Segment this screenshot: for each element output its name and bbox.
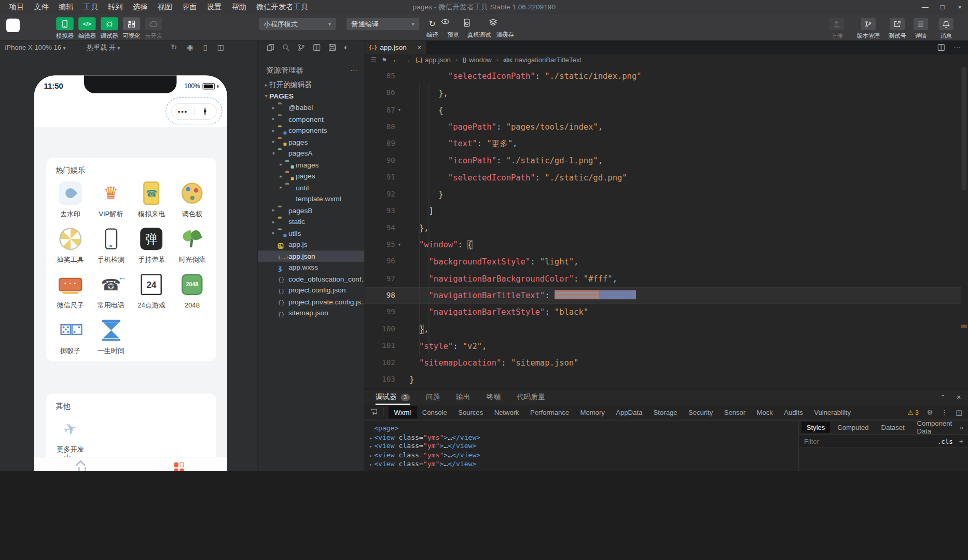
menu-item-文件[interactable]: 文件 [30,1,53,13]
devtools-tab-Sources[interactable]: Sources [452,406,488,418]
styles-tab-Styles[interactable]: Styles [801,422,830,432]
split-editor-icon[interactable] [937,44,945,51]
mode-dropdown[interactable]: 小程序模式▾ [259,18,336,31]
tree-item-template.wxml[interactable]: Wtemplate.wxml [258,193,365,205]
nav-back-icon[interactable]: ← [392,56,399,63]
cls-button[interactable]: .cls [937,437,953,444]
styles-overflow-icon[interactable]: » [960,424,968,431]
toolbar-mode-编辑器[interactable]: </>编辑器 [78,17,96,40]
warning-count[interactable]: ⚠ 3 [907,409,919,416]
devtools-tab-Vulnerability[interactable]: Vulnerability [808,406,856,418]
nav-forward-icon[interactable]: → [404,56,410,63]
maximize-button[interactable]: □ [934,0,951,13]
toolbar-action-清缓存[interactable]: ▾清缓存 [489,19,521,39]
tab-更多[interactable]: 更多 [131,457,227,471]
compile-dropdown[interactable]: 普通编译▾ [347,18,419,31]
tree-item-until[interactable]: ▸until [258,182,365,193]
debugger-tab-输出[interactable]: 输出 [456,389,470,405]
close-panel-icon[interactable]: × [957,393,961,402]
avatar[interactable] [6,19,20,32]
app-item-模拟来电[interactable]: ☎模拟来电 [131,181,172,218]
tree-item-project.private.config.js...[interactable]: {}project.private.config.js... [258,296,365,307]
tree-item-utils[interactable]: ▸utils [258,228,365,239]
app-item-调色板[interactable]: 调色板 [172,181,212,218]
app-item-抽奖工具[interactable]: 抽奖工具 [50,227,90,263]
styles-tab-Dataset[interactable]: Dataset [876,422,909,432]
add-style-icon[interactable]: + [959,437,963,445]
tree-item-static[interactable]: ▸static [258,216,365,228]
capsule-close-button[interactable] [194,108,216,115]
menu-item-界面[interactable]: 界面 [178,1,201,13]
menu-item-选择[interactable]: 选择 [129,1,152,13]
collapse-panel-icon[interactable]: ⌃ [941,394,946,401]
split-view-icon[interactable] [313,44,321,51]
wxml-node[interactable]: ▸<page> [369,424,399,432]
outline-list-icon[interactable]: ☰ [370,56,377,64]
toolbar-详情[interactable]: ☰详情 [907,18,934,40]
devtools-tab-Storage[interactable]: Storage [648,406,683,418]
debugger-tab-终端[interactable]: 终端 [487,389,501,405]
app-item-2048[interactable]: 20482048 [172,272,212,309]
device-selector[interactable]: iPhone X 100% 16 ▾ [5,44,66,51]
devtools-tab-Mock[interactable]: Mock [751,406,779,418]
tree-item-pagesB[interactable]: ▸pagesB [258,205,365,216]
save-layout-icon[interactable] [328,44,336,51]
breadcrumb-window[interactable]: {}window [462,56,491,63]
devtools-tab-Audits[interactable]: Audits [779,406,809,418]
rotate-device-icon[interactable]: ▯ [203,43,208,52]
wxml-node[interactable]: ▸</page> [369,469,403,471]
fold-chevron-icon[interactable]: ▾ [398,236,401,253]
menu-item-微信开发者工具[interactable]: 微信开发者工具 [252,1,313,13]
editor-scrollbar[interactable] [962,67,967,190]
wxml-tree[interactable]: ▸<page>▸<view class="yms">…</view>▸<view… [364,421,798,471]
toolbar-版本管理[interactable]: 版本管理 [855,18,882,40]
fold-chevron-icon[interactable]: ▾ [398,102,401,118]
tree-item-打开的编辑器[interactable]: ▸打开的编辑器 [258,79,365,90]
debugger-tab-代码质量[interactable]: 代码质量 [517,389,545,405]
menu-item-视图[interactable]: 视图 [153,1,176,13]
tree-item-@babel[interactable]: ▸@babel [258,102,365,113]
tree-item-project.config.json[interactable]: {}project.config.json [258,285,365,296]
app-item-一生时间[interactable]: 一生时间 [91,318,131,355]
code-area[interactable]: 85 "selectedIconPath": "./static/index.p… [364,65,968,389]
menu-item-转到[interactable]: 转到 [104,1,127,13]
close-tab-icon[interactable]: × [418,44,421,51]
minimize-button[interactable]: — [917,0,934,13]
element-picker-icon[interactable] [364,408,383,417]
theme-icon[interactable]: ◐ [344,43,349,52]
devtools-more-icon[interactable]: ⋮ [941,408,948,416]
debugger-tab-调试器[interactable]: 调试器3 [376,389,410,405]
tab-首页[interactable]: 首页 [34,457,130,471]
git-branch-icon[interactable] [298,44,305,51]
toolbar-mode-调试器[interactable]: 调试器 [100,17,119,40]
styles-filter-input[interactable]: Filter [804,437,819,444]
editor-more-icon[interactable]: ··· [953,43,961,52]
app-item-更多开发中...[interactable]: ✈更多开发中... [50,417,90,462]
settings-gear-icon[interactable]: ⚙ [927,408,933,416]
menu-item-编辑[interactable]: 编辑 [54,1,78,13]
app-item-掷骰子[interactable]: ⚄⚁掷骰子 [50,318,90,355]
tree-item-app.json[interactable]: {..}app.json [258,250,365,262]
breadcrumb-app.json[interactable]: {..}app.json [416,56,451,63]
app-item-手持弹幕[interactable]: 弹手持弹幕 [131,227,172,263]
wxml-node[interactable]: ▸<view class="yms">…</view> [369,451,480,459]
wxml-node[interactable]: ▸<view class="yms">…</view> [369,433,480,441]
menu-item-工具[interactable]: 工具 [79,1,102,13]
app-item-VIP解析[interactable]: ♛VIP解析 [91,181,131,218]
tree-item-app.wxss[interactable]: ʒapp.wxss [258,262,365,273]
devtools-tab-Network[interactable]: Network [489,406,524,418]
tab-app-json[interactable]: {..} app.json × [364,41,426,54]
toolbar-上传[interactable]: 上传 [823,18,850,40]
dock-side-icon[interactable]: ◫ [956,408,962,416]
tree-item-sitemap.json[interactable]: {}sitemap.json [258,307,365,319]
close-button[interactable]: × [951,0,968,13]
tree-item-code_obfuscation_conf...[interactable]: {}code_obfuscation_conf... [258,273,365,285]
explorer-more-icon[interactable]: … [350,64,358,73]
devtools-tab-Performance[interactable]: Performance [524,406,574,418]
toolbar-action-预览[interactable]: 预览 [441,19,466,39]
toolbar-mode-云开发[interactable]: 云开发 [145,17,163,40]
app-item-常用电话[interactable]: ☎←常用电话 [91,272,131,309]
menu-item-项目[interactable]: 项目 [5,1,29,13]
toolbar-消息[interactable]: 消息 [933,18,960,40]
menu-item-设置[interactable]: 设置 [202,1,226,13]
